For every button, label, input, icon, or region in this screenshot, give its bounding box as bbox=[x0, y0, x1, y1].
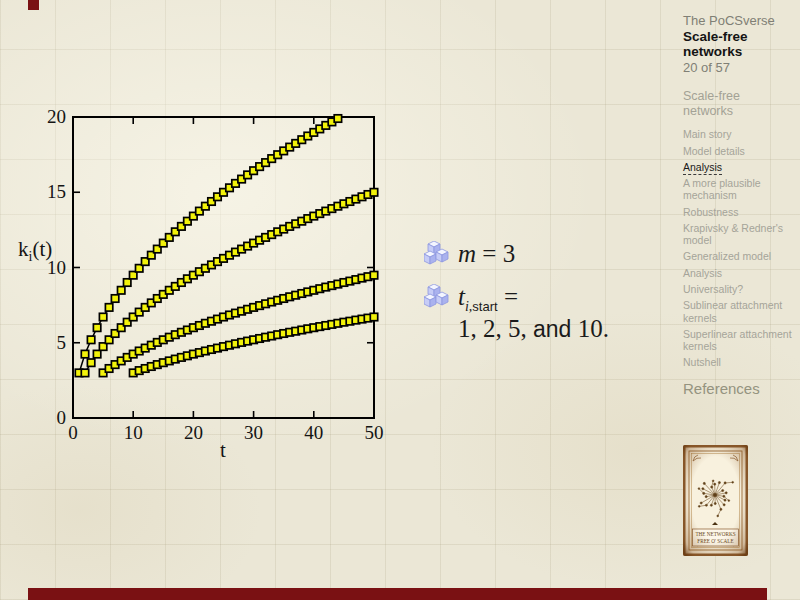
deck-pretitle: The PoCSverse bbox=[683, 13, 793, 29]
sidebar-item-label: Universality? bbox=[683, 283, 743, 295]
sidebar-item-label: Analysis bbox=[683, 161, 722, 175]
y-tick-label: 5 bbox=[57, 332, 67, 353]
page-indicator: 20 of 57 bbox=[683, 60, 793, 76]
sidebar-item-analysis[interactable]: Analysis bbox=[683, 267, 793, 279]
sidebar-item-krapivsky-redner-s-model[interactable]: Krapivsky & Redner's model bbox=[683, 222, 793, 247]
x-tick-label: 50 bbox=[365, 422, 384, 443]
slide: { "sidebar": { "pretitle": "The PoCSvers… bbox=[0, 0, 800, 600]
math-t-start-values: 1, 2, 5, and 10. bbox=[458, 315, 609, 344]
sidebar-item-a-more-plausible-mechanism[interactable]: A more plausible mechanism bbox=[683, 177, 793, 202]
x-axis-label: t bbox=[208, 438, 238, 463]
sidebar-item-label: A more plausible mechanism bbox=[683, 177, 761, 201]
y-tick-label: 15 bbox=[47, 181, 66, 202]
x-tick-label: 0 bbox=[68, 422, 78, 443]
sidebar-item-label: Superlinear attachment kernels bbox=[683, 328, 792, 352]
x-tick-label: 20 bbox=[184, 422, 203, 443]
bullet-m-equals-3: m = 3 bbox=[424, 240, 515, 269]
sidebar-item-analysis[interactable]: Analysis bbox=[683, 161, 793, 173]
sidebar-item-main-story[interactable]: Main story bbox=[683, 128, 793, 140]
sidebar-item-generalized-model[interactable]: Generalized model bbox=[683, 250, 793, 262]
sidebar-item-universality[interactable]: Universality? bbox=[683, 283, 793, 295]
sidebar-item-label: Robustness bbox=[683, 206, 738, 218]
x-tick-label: 10 bbox=[124, 422, 143, 443]
sidebar-item-label: Krapivsky & Redner's model bbox=[683, 222, 783, 246]
sidebar-item-label: Generalized model bbox=[683, 250, 771, 262]
sidebar-item-label: Analysis bbox=[683, 267, 722, 279]
sidebar-item-sublinear-attachment-kernels[interactable]: Sublinear attachment kernels bbox=[683, 299, 793, 324]
sidebar-item-model-details[interactable]: Model details bbox=[683, 145, 793, 157]
series-10 bbox=[130, 313, 378, 376]
sidebar-item-label: Model details bbox=[683, 145, 745, 157]
cubes-bullet-icon bbox=[424, 241, 449, 265]
cubes-bullet-icon bbox=[424, 284, 449, 308]
sidebar-nav: Main storyModel detailsAnalysisA more pl… bbox=[683, 128, 793, 369]
y-tick-label: 0 bbox=[57, 407, 67, 428]
math-t-start: ti,start = bbox=[458, 283, 609, 315]
bullet-t-start-values: ti,start = 1, 2, 5, and 10. bbox=[424, 283, 609, 344]
math-m-equals-3: m = 3 bbox=[458, 240, 515, 269]
section-heading[interactable]: Scale-free networks bbox=[683, 89, 763, 119]
sidebar-item-label: Main story bbox=[683, 128, 731, 140]
sidebar-item-robustness[interactable]: Robustness bbox=[683, 206, 793, 218]
sidebar: The PoCSverse Scale-free networks 20 of … bbox=[683, 13, 793, 397]
y-axis-label: ki(t) bbox=[18, 237, 52, 265]
x-tick-label: 30 bbox=[244, 422, 263, 443]
y-tick-label: 20 bbox=[47, 106, 66, 127]
sidebar-item-superlinear-attachment-kernels[interactable]: Superlinear attachment kernels bbox=[683, 328, 793, 353]
networks-free-of-scale-card: THE NETWORKS FREE O' SCALE bbox=[683, 445, 748, 556]
sidebar-item-label: Sublinear attachment kernels bbox=[683, 299, 782, 323]
plot-box bbox=[73, 117, 374, 418]
sidebar-item-label: Nutshell bbox=[683, 356, 721, 368]
x-tick-label: 40 bbox=[304, 422, 323, 443]
sidebar-item-nutshell[interactable]: Nutshell bbox=[683, 356, 793, 368]
degree-growth-chart: 0102030405005101520 bbox=[0, 0, 800, 600]
deck-title: Scale-free networks bbox=[683, 29, 767, 60]
sidebar-item-references[interactable]: References bbox=[683, 380, 793, 397]
